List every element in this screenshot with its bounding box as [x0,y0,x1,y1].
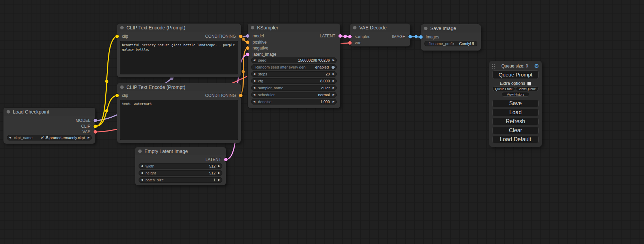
increment-arrow-icon[interactable]: ▶ [331,78,335,84]
queue-front-button[interactable]: Queue Front [492,87,515,91]
node-save-image-header[interactable]: Save Image [421,24,481,33]
decrement-arrow-icon[interactable]: ◀ [9,135,12,141]
node-load-checkpoint-header[interactable]: Load Checkpoint [3,108,95,116]
model-output-slot[interactable] [94,119,97,122]
images-input-slot[interactable] [419,35,423,39]
widget-value: 512 [209,171,215,175]
collapse-dot[interactable] [120,26,124,29]
collapse-dot[interactable] [7,110,10,114]
random-seed-toggle-widget[interactable]: Random seed after every gen enabled [251,64,337,70]
extra-options-checkbox[interactable] [527,82,531,85]
decrement-arrow-icon[interactable]: ◀ [253,71,257,77]
input-label-negative: negative [253,45,268,51]
conditioning-output-slot[interactable] [239,35,242,38]
ckpt-name-widget[interactable]: ◀ ckpt_name v1-5-pruned-emaonly.ckpt ▶ [7,135,92,141]
node-clip-negative-header[interactable]: CLIP Text Encode (Prompt) [117,83,241,91]
height-widget[interactable]: ◀ height 512 ▶ [139,170,222,176]
node-clip-positive-header[interactable]: CLIP Text Encode (Prompt) [117,24,241,32]
node-clip-text-encode-positive[interactable]: CLIP Text Encode (Prompt) clip CONDITION… [117,24,241,77]
scheduler-widget[interactable]: ◀ scheduler normal ▶ [251,92,337,98]
denoise-widget[interactable]: ◀ denoise 1.000 ▶ [251,99,337,105]
increment-arrow-icon[interactable]: ▶ [331,85,335,91]
clear-button[interactable]: Clear [492,127,539,134]
collapse-dot[interactable] [424,27,427,30]
cfg-widget[interactable]: ◀ cfg 8.000 ▶ [251,78,337,84]
toggle-dot-icon[interactable] [332,66,335,69]
image-output-slot[interactable] [408,35,412,38]
node-empty-latent-image[interactable]: Empty Latent Image LATENT ◀ width 512 ▶ … [135,147,226,185]
decrement-arrow-icon[interactable]: ◀ [141,163,144,169]
samples-input-slot[interactable] [348,35,352,38]
widget-value: v1-5-pruned-emaonly.ckpt [41,136,85,140]
positive-input-slot[interactable] [246,40,249,44]
input-label-model: model [253,33,264,39]
input-label-vae: vae [355,40,361,46]
node-vae-decode-header[interactable]: VAE Decode [350,24,410,32]
widget-name: steps [258,72,267,76]
filename-prefix-widget[interactable]: filename_prefix ComfyUI [424,41,477,46]
node-title: CLIP Text Encode (Prompt) [126,84,185,90]
input-label-latent-image: latent_image [253,52,276,57]
drag-handle-icon[interactable] [492,64,495,69]
load-button[interactable]: Load [492,109,539,116]
clip-output-slot[interactable] [94,125,97,128]
node-ksampler-header[interactable]: KSampler [248,24,340,32]
negative-input-slot[interactable] [246,46,249,50]
view-queue-button[interactable]: View Queue [516,87,539,91]
widget-value: ComfyUI [459,42,474,46]
load-default-button[interactable]: Load Default [492,136,539,143]
widget-name: seed [258,58,266,62]
node-graph-canvas[interactable]: Load Checkpoint MODEL CLIP VAE ◀ ckpt_na… [0,0,644,244]
vae-output-slot[interactable] [94,130,97,134]
negative-prompt-textarea[interactable]: text, watermark [120,100,238,140]
increment-arrow-icon[interactable]: ▶ [217,170,220,176]
decrement-arrow-icon[interactable]: ◀ [141,170,144,176]
width-widget[interactable]: ◀ width 512 ▶ [139,163,222,169]
positive-prompt-textarea[interactable]: beautiful scenery nature glass bottle la… [120,41,238,74]
queue-prompt-button[interactable]: Queue Prompt [492,70,539,79]
view-history-button[interactable]: View History [502,92,529,97]
collapse-dot[interactable] [138,150,142,153]
decrement-arrow-icon[interactable]: ◀ [253,85,257,91]
node-load-checkpoint[interactable]: Load Checkpoint MODEL CLIP VAE ◀ ckpt_na… [3,108,95,144]
collapse-dot[interactable] [120,85,124,89]
increment-arrow-icon[interactable]: ▶ [331,71,335,77]
latent-output-slot[interactable] [224,158,228,161]
settings-gear-icon[interactable]: ⚙ [534,63,539,69]
latent-image-input-slot[interactable] [246,53,249,56]
batch-size-widget[interactable]: ◀ batch_size 1 ▶ [139,177,222,183]
increment-arrow-icon[interactable]: ▶ [86,135,90,141]
save-button[interactable]: Save [492,100,539,107]
decrement-arrow-icon[interactable]: ◀ [253,99,257,105]
node-clip-text-encode-negative[interactable]: CLIP Text Encode (Prompt) clip CONDITION… [117,83,241,143]
model-input-slot[interactable] [246,34,249,38]
node-vae-decode[interactable]: VAE Decode samples vae IMAGE [350,24,410,46]
input-label-clip: clip [122,93,128,98]
refresh-button[interactable]: Refresh [492,118,539,125]
latent-output-slot[interactable] [338,34,342,38]
node-save-image[interactable]: Save Image images filename_prefix ComfyU… [421,24,481,51]
increment-arrow-icon[interactable]: ▶ [217,163,220,169]
increment-arrow-icon[interactable]: ▶ [331,57,335,63]
collapse-dot[interactable] [251,26,254,29]
vae-input-slot[interactable] [348,41,352,45]
decrement-arrow-icon[interactable]: ◀ [253,78,257,84]
decrement-arrow-icon[interactable]: ◀ [141,177,144,183]
clip-input-slot[interactable] [115,94,119,97]
sampler-name-widget[interactable]: ◀ sampler_name euler ▶ [251,85,337,91]
increment-arrow-icon[interactable]: ▶ [217,177,220,183]
increment-arrow-icon[interactable]: ▶ [331,99,335,105]
node-empty-latent-header[interactable]: Empty Latent Image [135,147,226,155]
decrement-arrow-icon[interactable]: ◀ [253,57,257,63]
increment-arrow-icon[interactable]: ▶ [331,92,335,98]
node-ksampler[interactable]: KSampler model positive negative latent_… [248,24,340,108]
decrement-arrow-icon[interactable]: ◀ [253,92,257,98]
steps-widget[interactable]: ◀ steps 20 ▶ [251,71,337,77]
collapse-dot[interactable] [353,26,356,29]
widget-value: 8.000 [320,79,330,83]
clip-input-slot[interactable] [115,35,119,38]
widget-value: enabled [315,65,329,69]
seed-widget[interactable]: ◀ seed 156680208700286 ▶ [251,57,337,63]
widget-value: 512 [209,164,215,168]
conditioning-output-slot[interactable] [239,94,242,97]
